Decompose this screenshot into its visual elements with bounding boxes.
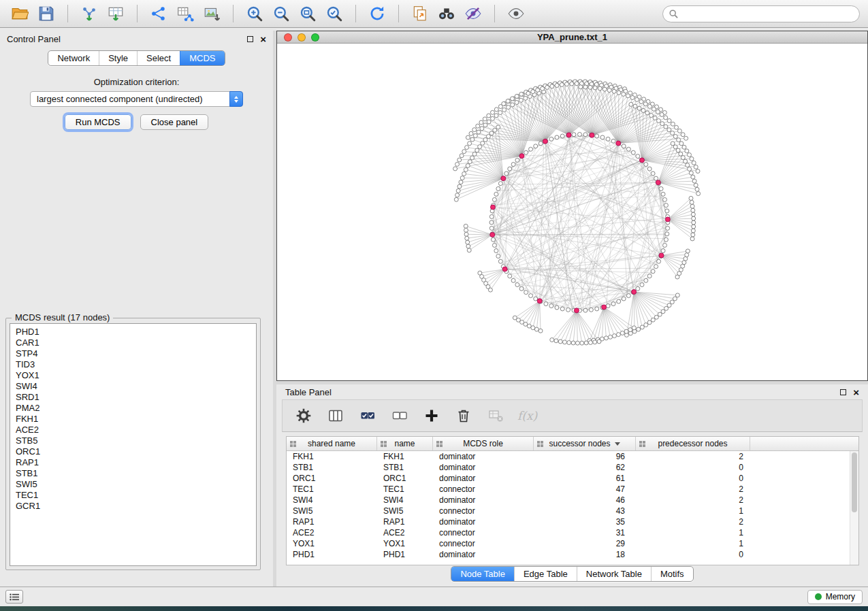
result-item[interactable]: ORC1 xyxy=(16,446,256,457)
column-header-mcds-role[interactable]: MCDS role xyxy=(433,437,534,450)
deselect-all-button[interactable] xyxy=(389,406,410,426)
column-header-predecessor-nodes[interactable]: predecessor nodes xyxy=(636,437,750,450)
result-item[interactable]: STB5 xyxy=(16,435,256,446)
table-row[interactable]: ORC1ORC1dominator610 xyxy=(287,473,858,484)
sort-direction-icon xyxy=(615,442,620,446)
table-sort-icon xyxy=(381,440,387,448)
result-item[interactable]: ACE2 xyxy=(16,425,256,435)
zoom-out-button[interactable] xyxy=(270,3,293,24)
table-row[interactable]: SWI4SWI4dominator462 xyxy=(287,495,858,506)
open-folder-button[interactable] xyxy=(8,3,31,24)
column-header-shared-name[interactable]: shared name xyxy=(287,437,377,450)
select-all-button[interactable] xyxy=(357,406,378,426)
minimize-traffic-light[interactable] xyxy=(298,33,306,42)
table-row[interactable]: SWI5SWI5connector431 xyxy=(287,506,858,516)
tab-motifs[interactable]: Motifs xyxy=(651,567,693,581)
search-box[interactable] xyxy=(662,5,860,22)
optimization-criterion-dropdown[interactable]: largest connected component (undirected) xyxy=(30,91,243,107)
new-network-button[interactable] xyxy=(147,3,170,24)
network-svg[interactable] xyxy=(277,44,867,380)
result-item[interactable]: STP4 xyxy=(16,348,256,359)
scrollbar-thumb[interactable] xyxy=(852,452,857,512)
show-all-button[interactable] xyxy=(504,3,528,24)
zoom-selected-button[interactable] xyxy=(323,3,346,24)
result-item[interactable]: STB1 xyxy=(16,468,256,479)
table-row[interactable]: ACE2ACE2connector311 xyxy=(287,527,858,538)
table-row[interactable]: STB1STB1dominator620 xyxy=(287,462,858,473)
refresh-button[interactable] xyxy=(366,3,389,24)
zoom-traffic-light[interactable] xyxy=(311,33,319,42)
delete-table-button[interactable] xyxy=(485,406,506,426)
column-header-name[interactable]: name xyxy=(377,437,433,450)
settings-button[interactable] xyxy=(293,406,314,426)
network-window-titlebar[interactable]: YPA_prune.txt_1 xyxy=(277,31,867,44)
tab-node-table[interactable]: Node Table xyxy=(451,567,514,581)
float-table-panel-icon[interactable] xyxy=(840,389,846,395)
close-table-panel-icon[interactable]: × xyxy=(853,387,859,397)
mcds-result-list[interactable]: PHD1CAR1STP4TID3YOX1SWI4SRD1PMA2FKH1ACE2… xyxy=(10,323,257,566)
delete-row-button[interactable] xyxy=(453,406,474,426)
result-item[interactable]: CAR1 xyxy=(16,337,256,348)
toolbar-separator xyxy=(355,5,356,22)
show-columns-button[interactable] xyxy=(325,406,346,426)
cell: SWI5 xyxy=(287,506,377,516)
save-button[interactable] xyxy=(35,3,58,24)
result-item[interactable]: PMA2 xyxy=(16,403,256,414)
add-row-button[interactable] xyxy=(421,406,442,426)
network-from-table-button[interactable] xyxy=(174,3,197,24)
tab-network[interactable]: Network xyxy=(48,51,99,65)
control-panel-title: Control Panel xyxy=(7,34,61,44)
hide-selected-button[interactable] xyxy=(462,3,485,24)
result-item[interactable]: RAP1 xyxy=(16,457,256,468)
table-header-row: shared namenameMCDS rolesuccessor nodesp… xyxy=(287,437,858,451)
close-traffic-light[interactable] xyxy=(284,33,292,42)
cell: 1 xyxy=(636,539,750,548)
search-network-button[interactable] xyxy=(435,3,458,24)
result-item[interactable]: GCR1 xyxy=(16,501,256,512)
close-panel-icon[interactable]: × xyxy=(260,34,266,44)
dropdown-stepper-icon[interactable] xyxy=(229,91,243,107)
table-row[interactable]: YOX1YOX1connector291 xyxy=(287,538,858,549)
close-panel-button[interactable]: Close panel xyxy=(140,114,209,130)
table-row[interactable]: TEC1TEC1connector472 xyxy=(287,484,858,495)
result-item[interactable]: SWI4 xyxy=(16,381,256,392)
tab-mcds[interactable]: MCDS xyxy=(180,51,224,65)
cell: SWI4 xyxy=(287,495,377,505)
zoom-fit-button[interactable] xyxy=(296,3,319,24)
table-sort-icon xyxy=(639,440,646,448)
result-item[interactable]: SRD1 xyxy=(16,392,256,403)
table-scrollbar[interactable] xyxy=(850,451,858,565)
export-image-button[interactable] xyxy=(200,3,223,24)
zoom-in-button[interactable] xyxy=(243,3,266,24)
column-header-successor-nodes[interactable]: successor nodes xyxy=(534,437,636,450)
memory-button[interactable]: Memory xyxy=(807,590,863,604)
result-item[interactable]: PHD1 xyxy=(16,327,256,337)
tab-edge-table[interactable]: Edge Table xyxy=(514,567,577,581)
result-item[interactable]: FKH1 xyxy=(16,414,256,425)
result-item[interactable]: SWI5 xyxy=(16,479,256,490)
task-history-button[interactable] xyxy=(5,590,23,604)
column-label: name xyxy=(394,439,415,448)
show-columns-icon xyxy=(327,408,344,424)
table-row[interactable]: PHD1PHD1dominator180 xyxy=(287,549,858,560)
copy-button[interactable] xyxy=(408,3,432,24)
tab-style[interactable]: Style xyxy=(99,51,137,65)
function-builder-button[interactable]: f(x) xyxy=(517,406,537,426)
run-mcds-button[interactable]: Run MCDS xyxy=(65,114,131,130)
network-view[interactable] xyxy=(277,44,867,380)
cell: 35 xyxy=(534,517,636,527)
tab-network-table[interactable]: Network Table xyxy=(577,567,651,581)
result-item[interactable]: YOX1 xyxy=(16,370,256,381)
import-network-button[interactable] xyxy=(78,3,101,24)
tab-select[interactable]: Select xyxy=(137,51,180,65)
float-panel-icon[interactable] xyxy=(247,36,253,42)
import-table-button[interactable] xyxy=(104,3,127,24)
result-item[interactable]: TEC1 xyxy=(16,490,256,501)
table-body: FKH1FKH1dominator962STB1STB1dominator620… xyxy=(287,451,858,560)
result-item[interactable]: TID3 xyxy=(16,359,256,370)
search-input[interactable] xyxy=(682,9,853,18)
table-row[interactable]: RAP1RAP1dominator352 xyxy=(287,516,858,527)
toolbar-separator xyxy=(67,5,68,22)
table-row[interactable]: FKH1FKH1dominator962 xyxy=(287,451,858,462)
delete-row-icon xyxy=(455,408,472,424)
